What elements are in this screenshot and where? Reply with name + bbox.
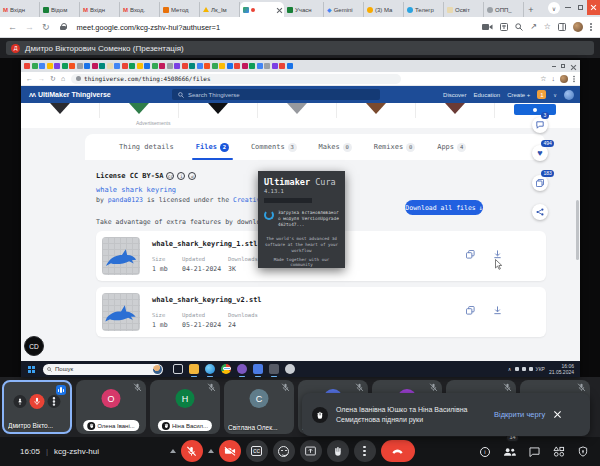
camera-button[interactable] bbox=[219, 440, 241, 462]
mic-options-chevron[interactable] bbox=[170, 449, 176, 453]
tab-remixes[interactable]: Remixes0 bbox=[374, 134, 416, 160]
edge-icon[interactable] bbox=[205, 364, 215, 374]
notification-badge[interactable]: 1 bbox=[537, 90, 546, 99]
maximize-button[interactable] bbox=[574, 0, 587, 15]
tab-opp[interactable]: ОПП_ bbox=[484, 2, 524, 17]
home-icon[interactable]: ⌂ bbox=[61, 75, 65, 82]
captions-button[interactable]: cc bbox=[246, 440, 268, 462]
tile-menu-button[interactable] bbox=[48, 395, 61, 408]
taskbar-search[interactable]: Пошук bbox=[43, 364, 163, 375]
participant-tile[interactable]: С Світлана Олек... bbox=[224, 380, 294, 434]
copy-icon[interactable] bbox=[466, 306, 475, 315]
nav-create[interactable]: Create + bbox=[507, 92, 530, 98]
share-icon[interactable]: ↗ bbox=[530, 23, 537, 31]
chat-button[interactable] bbox=[529, 443, 540, 461]
minimize-button[interactable] bbox=[561, 0, 574, 15]
tab-gmail-2[interactable]: MВхідн bbox=[80, 2, 120, 17]
activities-button[interactable] bbox=[553, 443, 565, 461]
viber-icon[interactable] bbox=[237, 364, 247, 374]
window-controls[interactable] bbox=[561, 0, 600, 15]
open-queue-button[interactable]: Відкрити чергу bbox=[494, 410, 545, 419]
address-bar[interactable]: ← → ↻ meet.google.com/kcg-zshv-hui?authu… bbox=[0, 17, 600, 38]
leave-call-button[interactable] bbox=[381, 440, 415, 462]
back-icon[interactable]: ← bbox=[26, 75, 33, 82]
author-link[interactable]: panda0123 bbox=[108, 196, 143, 204]
model-thumbnails-strip[interactable] bbox=[21, 103, 580, 118]
share-fab[interactable] bbox=[532, 204, 548, 220]
tab-mail[interactable]: (3) Ма bbox=[364, 2, 404, 17]
comments-fab[interactable]: 3 bbox=[532, 117, 548, 133]
profile-avatar[interactable] bbox=[573, 22, 583, 32]
tab-drive[interactable]: Лк_Ім bbox=[200, 2, 240, 17]
close-tab-icon[interactable] bbox=[276, 7, 281, 12]
profile-avatar[interactable] bbox=[560, 75, 568, 83]
file-name[interactable]: whale_shark_keyring_1.stl bbox=[152, 240, 257, 248]
thingiverse-search[interactable]: Search Thingiverse bbox=[172, 89, 380, 100]
collect-fab[interactable]: 183 bbox=[532, 175, 548, 191]
search-icon[interactable] bbox=[515, 23, 523, 31]
tab-participants[interactable]: Учасн bbox=[284, 2, 324, 17]
participant-tile[interactable]: Н Ніна Васил... bbox=[150, 380, 220, 434]
settings-gear-icon[interactable] bbox=[285, 364, 295, 374]
thing-title-link[interactable]: whale shark keyring bbox=[96, 186, 176, 194]
featured-card[interactable] bbox=[514, 104, 556, 115]
mic-muted-indicator[interactable] bbox=[30, 394, 45, 409]
chevron-down-icon[interactable]: ∨ bbox=[553, 92, 557, 98]
page-scrollbar[interactable] bbox=[576, 200, 579, 260]
tab-thing-details[interactable]: Thing details bbox=[119, 134, 174, 160]
more-options-button[interactable] bbox=[354, 440, 376, 462]
shared-window-controls[interactable] bbox=[552, 64, 575, 69]
host-controls-button[interactable] bbox=[578, 443, 588, 461]
present-button[interactable] bbox=[300, 440, 322, 462]
task-view-icon[interactable] bbox=[173, 364, 183, 374]
reload-icon[interactable]: ↻ bbox=[50, 75, 56, 83]
tray-chevron-icon[interactable]: ∧ bbox=[508, 366, 512, 372]
translate-icon[interactable] bbox=[500, 23, 508, 31]
windows-taskbar[interactable]: Пошук ∧ УКР bbox=[21, 361, 580, 377]
file-name[interactable]: whale_shark_keyring_v2.stl bbox=[152, 296, 262, 304]
tab-comments[interactable]: Comments3 bbox=[251, 134, 297, 160]
tab-gemini[interactable]: ◆Gemini bbox=[324, 2, 364, 17]
tab-apps[interactable]: Apps4 bbox=[437, 134, 466, 160]
thingiverse-avatar[interactable] bbox=[564, 90, 574, 100]
tab-meet-active[interactable] bbox=[240, 2, 284, 17]
downloads-icon[interactable]: ↓ bbox=[552, 75, 556, 82]
close-toast-icon[interactable] bbox=[553, 410, 562, 419]
participants-button[interactable]: 14 bbox=[503, 443, 516, 461]
copy-icon[interactable] bbox=[466, 250, 475, 259]
new-tab-button[interactable]: + bbox=[524, 3, 538, 17]
browser-menu-icon[interactable] bbox=[590, 26, 592, 28]
reload-icon[interactable]: ↻ bbox=[42, 22, 50, 32]
system-tray[interactable]: ∧ УКР bbox=[508, 366, 545, 372]
file-row[interactable]: whale_shark_keyring_v2.stl Size Updated … bbox=[96, 287, 546, 337]
url-text[interactable]: meet.google.com/kcg-zshv-hui?authuser=1 bbox=[77, 23, 221, 32]
tab-gmail[interactable]: MВхідн bbox=[0, 2, 40, 17]
browser-menu-icon[interactable] bbox=[573, 78, 575, 80]
forward-icon[interactable]: → bbox=[38, 75, 45, 82]
shared-url-text[interactable]: thingiverse.com/thing:4508666/files bbox=[84, 75, 210, 82]
reactions-button[interactable] bbox=[273, 440, 295, 462]
tab-telegram[interactable]: Телегр bbox=[404, 2, 444, 17]
side-panel-icon[interactable] bbox=[558, 23, 566, 31]
address-bar-icons[interactable]: ↗ ☆ bbox=[482, 22, 592, 32]
download-icon[interactable] bbox=[493, 250, 502, 259]
like-fab[interactable]: ♥ 494 bbox=[532, 145, 548, 161]
start-button[interactable] bbox=[28, 366, 35, 373]
nav-education[interactable]: Education bbox=[473, 92, 500, 98]
shared-browser-tab-strip[interactable] bbox=[21, 60, 580, 72]
tab-makes[interactable]: Makes0 bbox=[319, 134, 352, 160]
shared-address-bar[interactable]: ← → ↻ ⌂ thingiverse.com/thing:4508666/fi… bbox=[21, 72, 580, 86]
file-explorer-icon[interactable] bbox=[189, 364, 199, 374]
camera-options-chevron[interactable] bbox=[208, 449, 214, 453]
chrome-icon[interactable] bbox=[221, 364, 231, 374]
bookmark-star-icon[interactable]: ☆ bbox=[540, 75, 546, 82]
bookmark-star-icon[interactable]: ☆ bbox=[544, 23, 551, 31]
teams-icon[interactable] bbox=[253, 364, 263, 374]
mic-button[interactable] bbox=[181, 440, 203, 462]
app-icon[interactable] bbox=[269, 364, 279, 374]
camera-icon[interactable] bbox=[482, 23, 493, 31]
close-button[interactable] bbox=[587, 0, 600, 15]
nav-discover[interactable]: Discover bbox=[443, 92, 466, 98]
tab-gmail-3[interactable]: MВход. bbox=[120, 2, 160, 17]
language-indicator[interactable]: УКР bbox=[536, 366, 545, 372]
